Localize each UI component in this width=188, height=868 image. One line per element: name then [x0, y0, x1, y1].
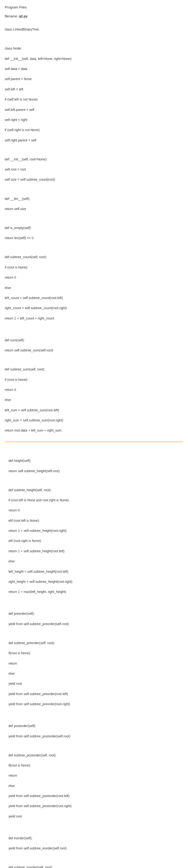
code-line: right_count = self.subtree_count(root.ri… [5, 306, 183, 311]
code-line: yield from self.subtree_postorder(self.r… [8, 734, 183, 739]
code-line: self.parent = None [5, 76, 183, 82]
code-blank [5, 37, 183, 41]
code-section-2: def height(self): return self.subtree_he… [5, 444, 183, 868]
code-blank [5, 187, 183, 191]
code-line: def inorder(self): [8, 836, 183, 841]
code-line: def subtree_preorder(self, root): [8, 641, 183, 646]
code-line: yield root [8, 814, 183, 819]
code-blank [8, 632, 183, 636]
page-title: Program Files [5, 5, 183, 10]
code-line: yield from self.subtree_inorder(self.roo… [8, 846, 183, 851]
code-line: left_count = self.subtree_count(root.lef… [5, 296, 183, 301]
code-line: return 0 [5, 388, 183, 393]
code-blank [5, 326, 183, 333]
code-line: if(root is None): [8, 763, 183, 768]
code-line: self.right = right [5, 118, 183, 123]
code-line: elif (root.left is None): [8, 518, 183, 523]
code-line: class LinkedBinaryTree: [5, 27, 183, 32]
code-blank [8, 600, 183, 606]
code-line: def subtree_count(self, root): [5, 255, 183, 260]
code-blank [5, 358, 183, 362]
code-line: return 1 + self.subtree_height(root.left… [8, 549, 183, 554]
code-line: def __len__(self): [5, 196, 183, 202]
code-line: return self.subtree_height(self.root) [8, 469, 183, 474]
code-line: def sum(self): [5, 338, 183, 343]
code-line: if (self.left is not None): [5, 97, 183, 102]
code-line: self.right.parent = self [5, 138, 183, 143]
code-blank [8, 824, 183, 831]
code-line: return 1 + left_count + right_count [5, 316, 183, 321]
code-blank [8, 744, 183, 748]
code-line: self.left.parent = self [5, 107, 183, 113]
code-line: if (root.left is None and root.right is … [8, 498, 183, 503]
code-line: class Node: [5, 46, 183, 51]
code-line: return [8, 773, 183, 778]
code-line: def __init__(self, data, left=None, righ… [5, 56, 183, 62]
code-line: return len(self) == 0 [5, 236, 183, 241]
code-line: def subtree_height(self, root): [8, 488, 183, 493]
code-line: elif (root.right is None): [8, 538, 183, 544]
code-section-1: class LinkedBinaryTree: class Node: def … [5, 22, 183, 438]
code-line: if (root is None): [5, 265, 183, 270]
code-line: return self.size [5, 207, 183, 212]
code-line: def preorder(self): [8, 611, 183, 616]
code-blank [5, 148, 183, 152]
code-line: yield from self.subtree_preorder(root.le… [8, 691, 183, 697]
filename-line: filename: q2.py [5, 14, 183, 19]
code-line: def subtree_inorder(self, root): [8, 865, 183, 868]
code-line: self.left = left [5, 87, 183, 92]
code-line: if (self.right is not None): [5, 128, 183, 133]
code-line: def subtree_postorder(self, root): [8, 753, 183, 758]
code-line: if(root is None): [8, 651, 183, 656]
code-line: self.data = data [5, 66, 183, 72]
filename-value: q2.py [19, 14, 28, 18]
code-line: yield from self.subtree_preorder(self.ro… [8, 622, 183, 627]
code-line: def __init__(self, root=None): [5, 157, 183, 162]
code-line: else: [8, 559, 183, 564]
code-line: def height(self): [8, 458, 183, 463]
code-line: yield from self.subtree_postorder(root.r… [8, 804, 183, 809]
code-blank [8, 479, 183, 483]
code-line: def is_empty(self): [5, 225, 183, 231]
code-line: right_sum = self.subtree_sum(root.right) [5, 418, 183, 423]
code-line: left_height = self.subtree_height(root.l… [8, 569, 183, 575]
code-line: return self.subtree_sum(self.root) [5, 348, 183, 353]
code-line: def postorder(self): [8, 723, 183, 729]
code-line: if (root is None): [5, 377, 183, 382]
code-line: self.size = self.subtree_count(root) [5, 177, 183, 182]
code-blank [8, 712, 183, 718]
code-line: def subtree_sum(self, root): [5, 367, 183, 372]
code-line: return 0 [5, 275, 183, 280]
code-blank [8, 450, 183, 453]
section-divider [5, 442, 183, 442]
code-line: return 1 + self.subtree_height(root.righ… [8, 528, 183, 533]
code-blank [5, 246, 183, 250]
code-line: else: [5, 285, 183, 290]
code-line: yield from self.subtree_postorder(root.l… [8, 794, 183, 799]
code-line: return 0 [8, 508, 183, 513]
code-line: yield root [8, 681, 183, 686]
filename-label: filename: [5, 14, 19, 18]
code-line: return [8, 661, 183, 666]
code-line: left_sum = self.subtree_sum(root.left) [5, 408, 183, 413]
code-line: right_height = self.subtree_height(root.… [8, 579, 183, 585]
code-line: return 1 + max(left_height, right_height… [8, 589, 183, 595]
code-line: self.root = root [5, 167, 183, 172]
code-line: return root.data + left_sum + right_sum [5, 428, 183, 433]
code-line: else: [8, 671, 183, 676]
code-line: else: [5, 398, 183, 403]
code-blank [5, 217, 183, 220]
code-line: yield from self.subtree_preorder(root.ri… [8, 702, 183, 707]
code-line: else: [8, 783, 183, 788]
code-blank [8, 856, 183, 860]
